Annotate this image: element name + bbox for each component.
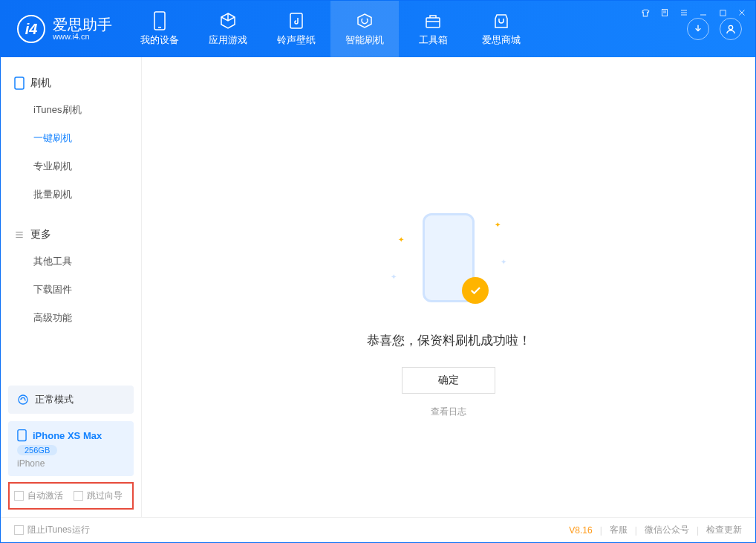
sidebar-item-batch[interactable]: 批量刷机 — [1, 181, 141, 209]
svg-point-14 — [729, 25, 732, 29]
sidebar-item-othertools[interactable]: 其他工具 — [1, 247, 141, 276]
device-storage: 256GB — [17, 445, 57, 455]
sidebar-section-title: 更多 — [30, 228, 51, 241]
checkbox-label: 阻止iTunes运行 — [27, 524, 90, 536]
user-button[interactable] — [720, 18, 742, 40]
sidebar-section-more: 更多 其他工具 下载固件 高级功能 — [1, 209, 141, 332]
checkbox-auto-activate[interactable]: 自动激活 — [14, 490, 63, 502]
sidebar-item-pro[interactable]: 专业刷机 — [1, 152, 141, 181]
sidebar-item-advanced[interactable]: 高级功能 — [1, 304, 141, 332]
music-icon — [287, 11, 306, 30]
cube-icon — [218, 11, 238, 30]
footer-link-wechat[interactable]: 微信公众号 — [645, 524, 689, 536]
success-message: 恭喜您，保资料刷机成功啦！ — [367, 332, 531, 349]
nav-label: 工具箱 — [419, 33, 448, 47]
checkbox-skip-guide[interactable]: 跳过向导 — [74, 490, 123, 502]
sidebar-header-flash: 刷机 — [1, 71, 141, 96]
version-label: V8.16 — [569, 525, 592, 536]
footer-left: 阻止iTunes运行 — [14, 524, 90, 536]
sidebar: 刷机 iTunes刷机 一键刷机 专业刷机 批量刷机 更多 其他工具 下载固件 … — [1, 57, 142, 517]
mode-status[interactable]: 正常模式 — [8, 386, 134, 414]
app-subtitle: www.i4.cn — [53, 32, 112, 41]
nav-label: 我的设备 — [140, 33, 179, 47]
app-title: 爱思助手 — [53, 17, 112, 32]
checkbox-icon — [74, 491, 83, 501]
nav-tab-device[interactable]: 我的设备 — [126, 1, 194, 57]
checkbox-label: 跳过向导 — [87, 490, 123, 502]
nav-tab-flash[interactable]: 智能刷机 — [330, 1, 399, 57]
mode-label: 正常模式 — [35, 393, 74, 406]
body: 刷机 iTunes刷机 一键刷机 专业刷机 批量刷机 更多 其他工具 下载固件 … — [1, 57, 755, 517]
device-name: iPhone XS Max — [33, 430, 102, 441]
download-button[interactable] — [687, 18, 709, 40]
refresh-icon — [355, 11, 374, 30]
footer-link-update[interactable]: 检查更新 — [706, 524, 742, 536]
nav-label: 应用游戏 — [209, 33, 247, 47]
sidebar-section-flash: 刷机 iTunes刷机 一键刷机 专业刷机 批量刷机 — [1, 57, 141, 209]
svg-rect-15 — [15, 77, 24, 89]
toolbox-icon — [423, 11, 443, 30]
separator: | — [697, 525, 699, 536]
checkbox-row: 自动激活 跳过向导 — [8, 482, 134, 510]
success-illustration: ✦ ✦ ✦ ✦ — [389, 206, 508, 317]
device-icon — [150, 11, 169, 30]
svg-rect-7 — [720, 10, 725, 15]
nav-tabs: 我的设备 应用游戏 铃声壁纸 智能刷机 工具箱 爱思商城 — [126, 1, 535, 57]
svg-point-19 — [19, 395, 27, 404]
store-icon — [492, 11, 511, 30]
sparkle-icon: ✦ — [495, 221, 501, 229]
sync-icon — [17, 394, 29, 406]
menu-icon — [14, 230, 25, 240]
nav-tab-toolbox[interactable]: 工具箱 — [399, 1, 467, 57]
footer-link-support[interactable]: 客服 — [610, 524, 628, 536]
logo-icon: i4 — [17, 15, 45, 43]
nav-label: 爱思商城 — [482, 33, 521, 47]
nav-tab-ringtones[interactable]: 铃声壁纸 — [262, 1, 330, 57]
checkbox-icon — [14, 491, 24, 501]
checkmark-icon — [462, 277, 489, 304]
device-status[interactable]: iPhone XS Max 256GB iPhone — [8, 421, 134, 476]
nav-tab-apps[interactable]: 应用游戏 — [194, 1, 262, 57]
main-content: ✦ ✦ ✦ ✦ 恭喜您，保资料刷机成功啦！ 确定 查看日志 — [142, 57, 755, 517]
header: i4 爱思助手 www.i4.cn 我的设备 应用游戏 铃声壁纸 智能刷机 — [1, 1, 755, 57]
phone-icon — [14, 77, 25, 90]
sidebar-item-itunes[interactable]: iTunes刷机 — [1, 96, 141, 124]
shirt-icon[interactable] — [639, 7, 651, 19]
logo: i4 爱思助手 www.i4.cn — [1, 1, 126, 57]
sparkle-icon: ✦ — [391, 273, 397, 281]
sidebar-header-more: 更多 — [1, 222, 141, 247]
sparkle-icon: ✦ — [398, 235, 404, 244]
sidebar-section-title: 刷机 — [30, 77, 51, 90]
checkbox-icon — [14, 525, 24, 535]
checkbox-label: 自动激活 — [27, 490, 63, 502]
title-bar-icons — [639, 7, 748, 19]
app-window: i4 爱思助手 www.i4.cn 我的设备 应用游戏 铃声壁纸 智能刷机 — [0, 0, 756, 543]
checkbox-block-itunes[interactable]: 阻止iTunes运行 — [14, 524, 90, 536]
close-icon[interactable] — [736, 7, 748, 19]
device-type: iPhone — [17, 458, 45, 469]
separator: | — [635, 525, 637, 536]
separator: | — [600, 525, 602, 536]
footer: 阻止iTunes运行 V8.16 | 客服 | 微信公众号 | 检查更新 — [1, 517, 755, 542]
menu-icon[interactable] — [678, 7, 690, 19]
svg-rect-20 — [18, 430, 26, 441]
nav-label: 智能刷机 — [345, 33, 384, 47]
sparkle-icon: ✦ — [501, 258, 506, 266]
footer-right: V8.16 | 客服 | 微信公众号 | 检查更新 — [569, 524, 742, 536]
svg-rect-13 — [426, 18, 440, 27]
sidebar-item-oneclick[interactable]: 一键刷机 — [1, 124, 141, 152]
phone-icon — [17, 429, 27, 442]
doc-icon[interactable] — [659, 7, 671, 19]
nav-label: 铃声壁纸 — [277, 33, 316, 47]
ok-button[interactable]: 确定 — [402, 367, 495, 394]
nav-tab-store[interactable]: 爱思商城 — [467, 1, 535, 57]
minimize-icon[interactable] — [697, 7, 709, 19]
maximize-icon[interactable] — [717, 7, 729, 19]
view-log-link[interactable]: 查看日志 — [431, 406, 466, 418]
sidebar-bottom: 正常模式 iPhone XS Max 256GB iPhone 自动激活 — [1, 378, 141, 517]
sidebar-item-firmware[interactable]: 下载固件 — [1, 276, 141, 304]
